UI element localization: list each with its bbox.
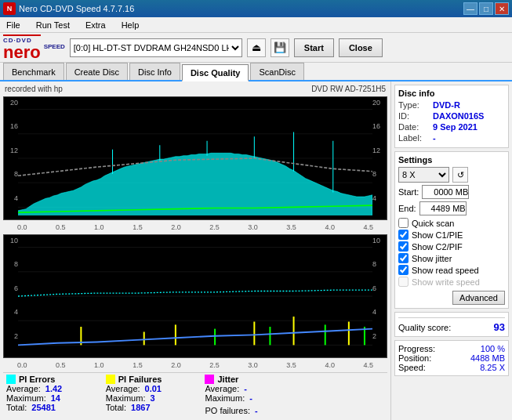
- show-c1-pie-row: Show C1/PIE: [398, 230, 505, 240]
- show-c2-pif-row: Show C2/PIF: [398, 241, 505, 252]
- close-button[interactable]: ✕: [495, 2, 509, 15]
- show-read-speed-label: Show read speed: [412, 266, 479, 275]
- nero-speed-text: SPEED: [44, 43, 65, 51]
- settings-section: Settings 8 X Max 1 X 2 X 4 X 16 X ↺ Star…: [394, 151, 509, 309]
- start-row: Start:: [398, 185, 505, 199]
- pi-errors-color: [6, 375, 16, 384]
- menu-help[interactable]: Help: [118, 19, 143, 31]
- disc-id-val: DAXON016S: [433, 111, 484, 121]
- nero-logo-text: nero: [3, 44, 41, 61]
- app-icon: N: [3, 2, 16, 15]
- show-read-speed-checkbox[interactable]: [398, 265, 409, 275]
- quick-scan-label: Quick scan: [412, 219, 454, 228]
- pi-errors-max-label: Maximum:: [6, 393, 46, 403]
- tab-scan-disc[interactable]: ScanDisc: [250, 63, 303, 80]
- main-content: recorded with hp DVD RW AD-7251H5 20 16 …: [0, 81, 512, 420]
- speed-selector[interactable]: 8 X Max 1 X 2 X 4 X 16 X: [398, 167, 449, 183]
- show-c1-pie-label: Show C1/PIE: [412, 230, 463, 240]
- bottom-chart-inner: [18, 235, 372, 357]
- show-c2-pif-label: Show C2/PIF: [412, 242, 463, 252]
- title-bar: N Nero CD-DVD Speed 4.7.7.16 — □ ✕: [0, 0, 512, 17]
- title-controls: — □ ✕: [463, 2, 509, 15]
- bottom-chart-xaxis: 0.00.51.01.52.02.53.03.54.04.5: [3, 361, 387, 369]
- bottom-chart-yaxis-right: 10 8 6 4 2: [372, 235, 387, 357]
- tab-disc-quality[interactable]: Disc Quality: [182, 64, 249, 81]
- pi-failures-total: 1867: [131, 403, 170, 412]
- top-chart-yaxis-right: 20 16 12 8 4: [372, 97, 387, 219]
- pi-errors-max: 14: [51, 393, 90, 403]
- show-c2-pif-checkbox[interactable]: [398, 241, 409, 252]
- show-write-speed-label: Show write speed: [412, 277, 480, 287]
- speed-value: 8.25 X: [480, 363, 505, 372]
- chart-header: recorded with hp DVD RW AD-7251H5: [3, 85, 387, 93]
- pi-errors-label: PI Errors: [19, 375, 55, 384]
- right-panel: Disc info Type: DVD-R ID: DAXON016S Date…: [390, 81, 512, 420]
- maximize-button[interactable]: □: [479, 2, 493, 15]
- save-button[interactable]: 💾: [271, 38, 289, 57]
- jitter-label: Jitter: [217, 375, 238, 384]
- quality-value: 93: [494, 321, 505, 333]
- drive-selector[interactable]: [0:0] HL-DT-ST DVDRAM GH24NSD0 LH00: [70, 38, 242, 57]
- jitter-color: [205, 375, 214, 384]
- progress-row: Progress: 100 %: [398, 344, 505, 353]
- eject-button[interactable]: ⏏: [247, 38, 266, 57]
- quality-row: Quality score: 93: [398, 317, 505, 333]
- top-chart-yaxis-left: 20 16 12 8 4: [4, 97, 18, 219]
- position-row: Position: 4488 MB: [398, 353, 505, 363]
- tab-create-disc[interactable]: Create Disc: [66, 63, 128, 80]
- show-write-speed-row: Show write speed: [398, 277, 505, 287]
- pi-errors-total-label: Total:: [6, 403, 27, 412]
- position-label: Position:: [398, 353, 431, 363]
- po-failures-val: -: [255, 406, 294, 415]
- disc-date-val: 9 Sep 2021: [433, 122, 478, 132]
- progress-value: 100 %: [481, 344, 505, 353]
- disc-type-label: Type:: [398, 100, 430, 110]
- tab-benchmark[interactable]: Benchmark: [3, 63, 64, 80]
- title-bar-title: Nero CD-DVD Speed 4.7.7.16: [19, 4, 134, 13]
- pi-errors-total: 25481: [31, 403, 71, 412]
- pi-errors-avg-label: Average:: [6, 384, 41, 393]
- disc-label-val: -: [433, 133, 436, 143]
- show-jitter-checkbox[interactable]: [398, 253, 409, 263]
- settings-refresh-button[interactable]: ↺: [452, 167, 468, 183]
- pi-errors-stats: Average: 1.42: [6, 384, 90, 393]
- minimize-button[interactable]: —: [463, 2, 478, 15]
- stats-row: PI Errors Average: 1.42 Maximum: 14 Tota…: [6, 375, 384, 415]
- stat-pi-errors: PI Errors Average: 1.42 Maximum: 14 Tota…: [6, 375, 90, 415]
- pi-failures-color: [106, 375, 115, 384]
- bottom-chart-svg: [18, 235, 372, 357]
- disc-id-row: ID: DAXON016S: [398, 111, 505, 121]
- show-jitter-label: Show jitter: [412, 254, 452, 263]
- stat-jitter: Jitter Average: - Maximum: - PO failures…: [205, 375, 293, 415]
- disc-id-label: ID:: [398, 111, 430, 121]
- close-button-toolbar[interactable]: Close: [339, 38, 383, 57]
- stats-area: PI Errors Average: 1.42 Maximum: 14 Tota…: [3, 372, 387, 417]
- bottom-chart: 10 8 6 4 2 10 8 6 4 2: [3, 234, 387, 358]
- menu-file[interactable]: File: [3, 19, 24, 31]
- start-button[interactable]: Start: [294, 38, 334, 57]
- quick-scan-row: Quick scan: [398, 218, 505, 228]
- end-label: End:: [398, 204, 416, 213]
- speed-label: Speed:: [398, 363, 426, 372]
- menu-extra[interactable]: Extra: [82, 19, 109, 31]
- menu-run-test[interactable]: Run Test: [33, 19, 73, 31]
- menu-bar: File Run Test Extra Help: [0, 17, 512, 33]
- quick-scan-checkbox[interactable]: [398, 218, 409, 228]
- quality-section: Quality score: 93: [394, 312, 509, 337]
- start-input[interactable]: [422, 185, 469, 199]
- quality-label: Quality score:: [398, 323, 451, 332]
- pi-failures-label: PI Failures: [118, 375, 162, 384]
- show-c1-pie-checkbox[interactable]: [398, 230, 409, 240]
- progress-section: Progress: 100 % Position: 4488 MB Speed:…: [394, 340, 509, 376]
- top-chart-xaxis: 0.00.51.01.52.02.53.03.54.04.5: [3, 223, 387, 231]
- end-input[interactable]: [419, 201, 467, 215]
- start-label: Start:: [398, 187, 419, 197]
- tab-disc-info[interactable]: Disc Info: [129, 63, 180, 80]
- top-chart: 20 16 12 8 4 20 16 12 8 4: [3, 96, 387, 220]
- title-bar-content: N Nero CD-DVD Speed 4.7.7.16: [3, 2, 134, 15]
- top-chart-svg: [18, 97, 372, 219]
- pi-errors-avg: 1.42: [45, 384, 85, 393]
- progress-label: Progress:: [398, 344, 435, 353]
- chart-area: recorded with hp DVD RW AD-7251H5 20 16 …: [0, 81, 390, 420]
- advanced-button[interactable]: Advanced: [452, 291, 505, 305]
